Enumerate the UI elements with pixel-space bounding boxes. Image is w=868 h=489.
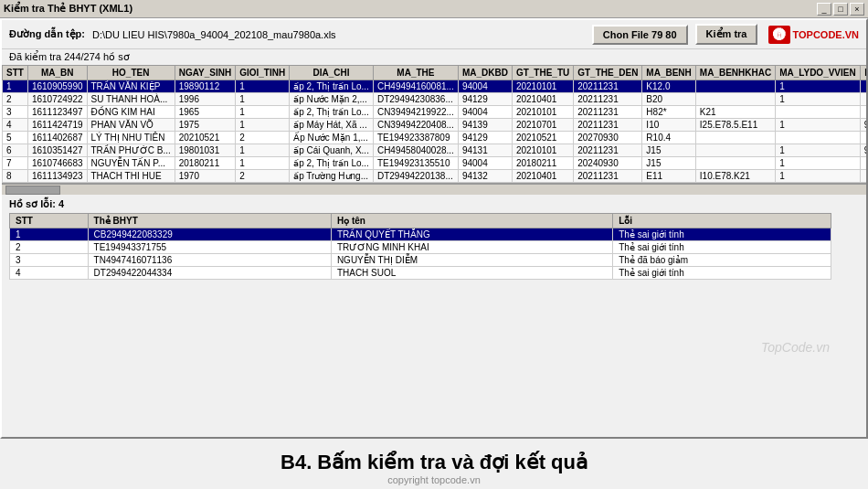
window-controls[interactable]: _ □ × [817, 3, 864, 16]
col-diachi: DIA_CHI [290, 66, 374, 80]
window-title: Kiểm tra Thẻ BHYT (XML1) [4, 3, 132, 15]
kiem-tra-button[interactable]: Kiểm tra [695, 24, 758, 45]
col-gioitinh: GIOI_TINH [236, 66, 290, 80]
watermark: TopCode.vn [761, 340, 830, 355]
table-row[interactable]: 51611402687LÝ THỊ NHU TIÊN202105212Ấp Nư… [3, 132, 867, 144]
stats-text: Đã kiểm tra 244/274 hồ sơ [9, 51, 130, 62]
path-label: Đường dẫn tệp: [9, 28, 85, 40]
close-button[interactable]: × [850, 3, 864, 16]
col-mabenhkhac: MA_BENHKHAC [695, 66, 775, 80]
stats-row: Đã kiểm tra 244/274 hồ sơ [2, 49, 866, 65]
err-col-hoten: Họ tên [331, 214, 612, 229]
err-col-stt: STT [10, 214, 89, 229]
main-table-container[interactable]: STT MA_BN HO_TEN NGAY_SINH GIOI_TINH DIA… [2, 65, 866, 184]
bottom-main-text: B4. Bấm kiểm tra và đợi kết quả [0, 451, 868, 474]
bottom-section: B4. Bấm kiểm tra và đợi kết quả copyrigh… [0, 443, 868, 489]
title-bar: Kiểm tra Thẻ BHYT (XML1) _ □ × [0, 0, 868, 18]
logo-area: 🅐 TOPCODE.VN [768, 26, 859, 44]
hscrollbar[interactable] [2, 184, 866, 195]
col-malydovvien: MA_LYDO_VVIEN [776, 66, 861, 80]
err-col-the: Thẻ BHYT [88, 214, 331, 229]
col-mabn: MA_BN [27, 66, 87, 80]
file-path: D:\DU LIEU HIS\7980a_94004_202108_mau798… [92, 29, 585, 40]
col-ma: MA [860, 66, 866, 80]
main-table: STT MA_BN HO_TEN NGAY_SINH GIOI_TINH DIA… [2, 65, 866, 183]
error-table-row[interactable]: 1CB2949422083329TRẦN QUYẾT THẮNGThẻ sai … [10, 229, 831, 241]
error-table-row[interactable]: 2TE194943371755TRƯƠNG MINH KHAIThẻ sai g… [10, 241, 831, 254]
error-table: STT Thẻ BHYT Họ tên Lỗi 1CB2949422083329… [9, 213, 831, 280]
toolbar: Đường dẫn tệp: D:\DU LIEU HIS\7980a_9400… [2, 20, 866, 49]
col-stt: STT [3, 66, 28, 80]
maximize-button[interactable]: □ [833, 3, 848, 16]
error-section: Hồ sơ lỗi: 4 STT Thẻ BHYT Họ tên Lỗi 1CB… [2, 195, 866, 283]
logo-text: TOPCODE.VN [792, 29, 859, 40]
table-row[interactable]: 31611123497ĐỒNG KIM HAI19651ấp 2, Thị tr… [3, 106, 867, 119]
bottom-sub-text: copyright topcode.vn [0, 474, 868, 485]
error-table-row[interactable]: 3TN4947416071136NGUYỄN THỊ DIỄMThẻ đã bá… [10, 254, 831, 267]
col-mabenh: MA_BENH [642, 66, 695, 80]
chon-file-button[interactable]: Chon File 79 80 [592, 25, 688, 45]
minimize-button[interactable]: _ [817, 3, 831, 16]
table-row[interactable]: 41611424719PHAN VĂN VÕ19751ấp Máy Hát, X… [3, 119, 867, 132]
col-mathe: MA_THE [373, 66, 458, 80]
error-title: Hồ sơ lỗi: 4 [9, 198, 859, 210]
table-row[interactable]: 11610905990TRẦN VĂN KIỆP198901121ấp 2, T… [3, 80, 867, 93]
table-row[interactable]: 71610746683NGUYỄN TẤN P...201802111ấp 2,… [3, 157, 867, 170]
main-window: Đường dẫn tệp: D:\DU LIEU HIS\7980a_9400… [0, 18, 868, 439]
table-row[interactable]: 21610724922SU THANH HOÀ...19961ấp Nước M… [3, 93, 867, 106]
logo-icon: 🅐 [768, 26, 790, 44]
col-madkbd: MA_DKBD [458, 66, 512, 80]
hscroll-thumb[interactable] [5, 186, 60, 195]
col-ngaysinh: NGAY_SINH [175, 66, 235, 80]
err-col-loi: Lỗi [613, 214, 831, 229]
col-hoten: HO_TEN [87, 66, 175, 80]
table-row[interactable]: 81611134923THACH THI HUE19702ấp Trường H… [3, 170, 867, 183]
error-table-row[interactable]: 4DT2949422044334THACH SUOLThẻ sai giới t… [10, 267, 831, 280]
col-gttheden: GT_THE_DEN [574, 66, 642, 80]
table-row[interactable]: 61610351427TRẦN PHƯỚC B...198010311ấp Cá… [3, 144, 867, 157]
col-gtthetu: GT_THE_TU [512, 66, 573, 80]
